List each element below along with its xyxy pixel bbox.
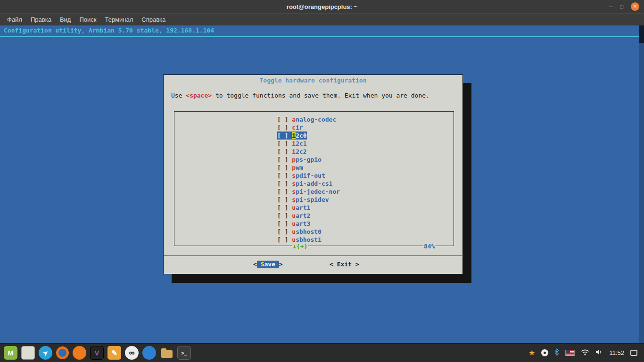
dialog-instruction: Use <space> to toggle functions and save… xyxy=(171,92,429,99)
notifications-icon[interactable] xyxy=(630,350,637,356)
pencil-icon: ✎ xyxy=(111,349,117,357)
checklist-item-usbhost0[interactable]: [ ] usbhost0 xyxy=(174,228,454,236)
menubar-item-help[interactable]: Справка xyxy=(137,15,170,25)
clock[interactable]: 11:52 xyxy=(609,349,624,356)
checklist-item-uart1[interactable]: [ ] uart1 xyxy=(174,204,454,212)
v-app-launcher[interactable]: V xyxy=(90,346,104,360)
checklist-item-spi-jedec-nor[interactable]: [ ] spi-jedec-nor xyxy=(174,188,454,196)
orange-app-launcher[interactable] xyxy=(73,346,86,360)
infinity-icon: ∞ xyxy=(129,348,134,358)
checkbox: [ ] xyxy=(277,164,292,171)
checklist-item-uart2[interactable]: [ ] uart2 xyxy=(174,212,454,220)
terminal-prompt-icon: >_ xyxy=(181,350,187,356)
checklist-item-i2c1[interactable]: [ ] i2c1 xyxy=(174,140,454,148)
checklist-item-spi-add-cs1[interactable]: [ ] spi-add-cs1 xyxy=(174,180,454,188)
space-key-hint: <space> xyxy=(186,92,212,99)
checkbox: [ ] xyxy=(277,236,292,243)
screen: root@orangepipcplus: ~ – □ ✕ ФайлПравкаВ… xyxy=(0,0,644,362)
firefox-launcher[interactable] xyxy=(56,346,69,359)
paper-plane-icon: ➤ xyxy=(41,348,50,357)
taskbar: M ➤ V ✎ ∞ >_ ★ xyxy=(0,343,644,362)
volume-icon[interactable] xyxy=(595,349,603,357)
wifi-icon[interactable] xyxy=(581,349,589,357)
system-tray: ★ 11:52 xyxy=(528,348,640,358)
folder-icon xyxy=(161,350,173,358)
checklist-item-i2c0[interactable]: [ ] i2c0 xyxy=(174,132,454,140)
keyboard-layout-flag-icon[interactable] xyxy=(565,350,575,356)
taskbar-launchers: M ➤ V ✎ ∞ >_ xyxy=(4,346,191,360)
minimize-button[interactable]: – xyxy=(609,2,612,11)
checkbox: [ ] xyxy=(277,116,292,123)
bluetooth-icon[interactable] xyxy=(554,348,559,358)
status-circle-icon[interactable] xyxy=(541,349,548,356)
checkbox: [ ] xyxy=(277,140,292,147)
checkbox: [ ] xyxy=(277,196,292,203)
scroll-more-indicator: ↓(+) xyxy=(292,242,308,250)
telegram-launcher[interactable]: ➤ xyxy=(39,346,52,360)
favorites-star-icon[interactable]: ★ xyxy=(528,349,535,357)
instruction-pre: Use xyxy=(171,92,186,99)
file-manager-launcher[interactable] xyxy=(160,346,173,360)
checkbox: [ ] xyxy=(277,124,292,131)
mint-menu-button[interactable]: M xyxy=(4,346,17,360)
checkbox: [ ] xyxy=(277,156,292,163)
checklist-item-pwm[interactable]: [ ] pwm xyxy=(174,164,454,172)
checkbox: [ ] xyxy=(277,228,292,235)
button-separator-line xyxy=(164,255,462,256)
terminal-scrollbar[interactable] xyxy=(639,25,644,343)
checklist-item-spdif-out[interactable]: [ ] spdif-out xyxy=(174,172,454,180)
scroll-percentage: 84% xyxy=(423,242,436,250)
checklist-item-pps-gpio[interactable]: [ ] pps-gpio xyxy=(174,156,454,164)
menubar-item-view[interactable]: Вид xyxy=(56,15,75,25)
mint-logo-icon: M xyxy=(8,349,14,357)
blue-app-launcher[interactable] xyxy=(142,346,156,360)
dialog-buttons: < Save >< Exit > xyxy=(164,260,462,270)
checkbox: [ ] xyxy=(277,180,292,187)
checkbox: [ ] xyxy=(277,132,292,139)
checklist-item-spi-spidev[interactable]: [ ] spi-spidev xyxy=(174,196,454,204)
exit-button[interactable]: < Exit > xyxy=(330,260,359,269)
checklist: [ ] analog-codec[ ] cir[ ] i2c0[ ] i2c1[… xyxy=(174,111,454,246)
infinity-app-launcher[interactable]: ∞ xyxy=(125,346,139,360)
checklist-item-i2c2[interactable]: [ ] i2c2 xyxy=(174,148,454,156)
checkbox: [ ] xyxy=(277,148,292,155)
checklist-item-usbhost1[interactable]: [ ] usbhost1 xyxy=(174,236,454,244)
window-controls: – □ ✕ xyxy=(609,0,639,13)
checkbox: [ ] xyxy=(277,220,292,227)
checkbox: [ ] xyxy=(277,188,292,195)
window-title: root@orangepipcplus: ~ xyxy=(287,3,357,10)
dialog-title: Toggle hardware configuration xyxy=(164,77,462,84)
instruction-post: to toggle functions and save them. Exit … xyxy=(212,92,429,99)
checkbox: [ ] xyxy=(277,212,292,219)
checklist-item-uart3[interactable]: [ ] uart3 xyxy=(174,220,454,228)
checkbox: [ ] xyxy=(277,204,292,211)
checkbox: [ ] xyxy=(277,172,292,179)
maximize-button[interactable]: □ xyxy=(620,2,623,11)
close-button[interactable]: ✕ xyxy=(631,2,639,11)
terminal-launcher[interactable]: >_ xyxy=(177,346,191,360)
menubar-item-search[interactable]: Поиск xyxy=(75,15,100,25)
checklist-item-cir[interactable]: [ ] cir xyxy=(174,123,454,132)
show-desktop-button[interactable] xyxy=(21,346,35,360)
save-button[interactable]: < Save > xyxy=(253,260,283,269)
scrollbar-thumb[interactable] xyxy=(639,25,644,43)
header-divider-line xyxy=(0,36,639,37)
menubar-item-terminal[interactable]: Терминал xyxy=(100,15,137,25)
toggle-hardware-dialog: Toggle hardware configuration Use <space… xyxy=(163,74,463,274)
armbian-config-header: Configuration utility, Armbian 5.70 stab… xyxy=(4,27,214,34)
terminal[interactable]: Configuration utility, Armbian 5.70 stab… xyxy=(0,25,644,343)
window-titlebar[interactable]: root@orangepipcplus: ~ – □ ✕ xyxy=(0,0,644,13)
menubar-item-file[interactable]: Файл xyxy=(3,15,26,25)
menubar: ФайлПравкаВидПоискТерминалСправка xyxy=(0,13,644,25)
checklist-item-analog-codec[interactable]: [ ] analog-codec xyxy=(174,115,454,123)
menubar-item-edit[interactable]: Правка xyxy=(26,15,56,25)
v-app-icon: V xyxy=(94,349,99,357)
editor-launcher[interactable]: ✎ xyxy=(107,346,121,360)
